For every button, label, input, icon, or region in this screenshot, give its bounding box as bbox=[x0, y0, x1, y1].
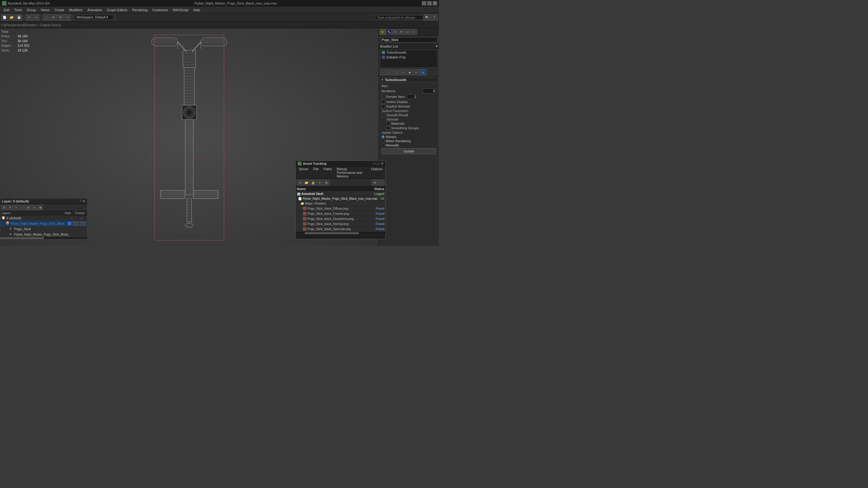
element-btn[interactable]: ■ bbox=[407, 69, 412, 75]
tb-open[interactable]: 📂 bbox=[8, 14, 15, 21]
layers-panel: Layer: 0 (default) ? ✕ ⊕ ✕ + - ⊞ ≡ ◉ Lay… bbox=[0, 198, 87, 239]
tb-new[interactable]: 📄 bbox=[1, 14, 8, 21]
layers-add[interactable]: + bbox=[13, 205, 19, 210]
explicit-normals-checkbox[interactable] bbox=[381, 104, 385, 108]
layer-row-pogo[interactable]: ◈ Pogo_Stick bbox=[0, 226, 87, 232]
asset-tb-lock[interactable]: 🔒 bbox=[310, 180, 316, 186]
turbosmooth-header[interactable]: ▼ TurboSmooth bbox=[379, 77, 438, 83]
layers-question[interactable]: ? bbox=[79, 199, 81, 203]
render-iters-checkbox[interactable] bbox=[381, 95, 385, 98]
layers-new[interactable]: ⊕ bbox=[1, 205, 7, 210]
asset-row-glossiness[interactable]: Pogo_Stick_black_Glossiness.png Found bbox=[296, 216, 385, 221]
menu-tools[interactable]: Tools bbox=[12, 7, 24, 12]
asset-tb-refresh[interactable]: ↺ bbox=[297, 180, 303, 186]
maximize-button[interactable]: □ bbox=[427, 1, 432, 5]
tb-scale[interactable]: ⤡ bbox=[64, 14, 71, 21]
asset-row-specular[interactable]: Pogo_Stick_black_Specular.png Found bbox=[296, 227, 385, 232]
layers-merge[interactable]: ⊞ bbox=[26, 205, 31, 210]
layers-delete[interactable]: ✕ bbox=[7, 205, 13, 210]
when-rendering-radio[interactable] bbox=[381, 139, 384, 142]
menu-edit[interactable]: Edit bbox=[1, 7, 12, 12]
tb-rotate[interactable]: ↻ bbox=[57, 14, 64, 21]
edge-btn[interactable]: / bbox=[387, 69, 393, 75]
update-button[interactable]: Update bbox=[381, 148, 436, 154]
asset-row-fresnel[interactable]: Pogo_Stick_black_Fresnel.png Found bbox=[296, 211, 385, 216]
asset-tb-settings[interactable]: ⚙ bbox=[372, 180, 378, 186]
layers-objects[interactable]: ◉ bbox=[38, 205, 43, 210]
always-radio[interactable] bbox=[381, 135, 384, 138]
menu-animation[interactable]: Animation bbox=[85, 7, 104, 12]
pipeline-btn[interactable]: ≡ bbox=[413, 69, 419, 75]
asset-tb-list[interactable]: ≡ bbox=[317, 180, 323, 186]
asset-tb-grid[interactable]: ⊞ bbox=[323, 180, 330, 186]
materials-checkbox[interactable] bbox=[386, 122, 390, 125]
menu-views[interactable]: Views bbox=[38, 7, 52, 12]
asset-scrollbar[interactable] bbox=[296, 232, 385, 234]
active-btn[interactable]: ⊞ bbox=[420, 69, 426, 75]
layer-row-flybar2[interactable]: ◈ Flybar_Night_Master_Pogo_Stick_Black_ bbox=[0, 232, 87, 237]
tab-utilities[interactable]: U bbox=[411, 29, 417, 35]
asset-tb-browse[interactable]: 📂 bbox=[304, 180, 310, 186]
col-freeze: Freeze bbox=[74, 212, 86, 215]
layers-close[interactable]: ✕ bbox=[82, 199, 85, 203]
asset-row-maps-folder[interactable]: 📁 Maps / Shaders bbox=[296, 201, 385, 206]
modifier-list[interactable]: TurboSmooth Editable Poly bbox=[380, 50, 438, 68]
tb-undo[interactable]: ↩ bbox=[26, 14, 32, 21]
asset-menu-file[interactable]: File bbox=[311, 167, 320, 178]
tb-save[interactable]: 💾 bbox=[16, 14, 22, 21]
minimize-button[interactable]: — bbox=[422, 1, 426, 5]
asset-menu-paths[interactable]: Paths bbox=[321, 167, 334, 178]
tab-create[interactable]: ⊕ bbox=[379, 29, 385, 35]
asset-row-vault[interactable]: 🏢 Autodesk Vault Logged bbox=[296, 192, 385, 196]
tab-motion[interactable]: M bbox=[398, 29, 404, 35]
modifier-turbosmooth[interactable]: TurboSmooth bbox=[380, 50, 437, 55]
border-btn[interactable]: ⬚ bbox=[393, 69, 399, 75]
asset-row-diffuse[interactable]: Pogo_Stick_black_Diffuse.png Found bbox=[296, 206, 385, 211]
smoothing-groups-checkbox[interactable] bbox=[386, 126, 390, 130]
asset-row-maxfile[interactable]: 📄 Flybar_Night_Master_Pogo_Stick_Black_m… bbox=[296, 196, 385, 201]
menu-modifiers[interactable]: Modifiers bbox=[67, 7, 85, 12]
vertex-btn[interactable]: · bbox=[380, 69, 386, 75]
layer-row-default[interactable]: 📋 0 (default) — — bbox=[0, 216, 87, 221]
asset-close[interactable]: ✕ bbox=[381, 161, 384, 166]
menu-help[interactable]: Help bbox=[191, 7, 203, 12]
layers-scrollbar[interactable] bbox=[0, 237, 87, 239]
asset-row-normal[interactable]: Pogo_Stick_black_Normal.png Found bbox=[296, 221, 385, 227]
stat-polys-value: 38 184 bbox=[18, 34, 28, 38]
tab-hierarchy[interactable]: H bbox=[392, 29, 398, 35]
asset-menu-server[interactable]: Server bbox=[297, 167, 310, 178]
iterations-input[interactable] bbox=[423, 89, 436, 93]
asset-menu-bitmap[interactable]: Bitmap Performance and Memory bbox=[335, 167, 368, 178]
render-iters-input[interactable] bbox=[407, 94, 417, 99]
tb-select[interactable]: ⬚ bbox=[43, 14, 50, 21]
layers-remove[interactable]: - bbox=[20, 205, 25, 210]
workspace-selector[interactable]: Workspace: Default ▾ bbox=[74, 15, 114, 20]
object-name-field[interactable]: Pogo_Stick bbox=[380, 37, 438, 42]
asset-win-controls: — □ ✕ bbox=[373, 161, 384, 166]
tab-modify[interactable]: 🔧 bbox=[386, 29, 392, 35]
asset-menu-options[interactable]: Options bbox=[369, 167, 384, 178]
tb-move[interactable]: ✛ bbox=[50, 14, 57, 21]
layers-icon[interactable]: ≡ bbox=[32, 205, 37, 210]
manually-radio[interactable] bbox=[381, 144, 384, 147]
menu-rendering[interactable]: Rendering bbox=[130, 7, 150, 12]
poly-btn[interactable]: ▪ bbox=[400, 69, 406, 75]
menu-maxscript[interactable]: MAXScript bbox=[170, 7, 191, 12]
isoline-checkbox[interactable] bbox=[381, 100, 385, 104]
tb-help[interactable]: ? bbox=[431, 14, 438, 21]
layer-row-flybar[interactable]: 📦 Flybar_Night_Master_Pogo_Stick_Black bbox=[0, 221, 87, 226]
menu-customize[interactable]: Customize bbox=[150, 7, 170, 12]
tb-search[interactable]: 🔍 bbox=[424, 14, 430, 21]
menu-graph-editors[interactable]: Graph Editors bbox=[104, 7, 130, 12]
tb-redo[interactable]: ↪ bbox=[33, 14, 39, 21]
asset-maximize[interactable]: □ bbox=[377, 161, 379, 166]
asset-tb-more[interactable]: ⋮ bbox=[378, 180, 384, 186]
smooth-result-checkbox[interactable] bbox=[381, 113, 385, 117]
asset-minimize[interactable]: — bbox=[373, 161, 376, 166]
menu-create[interactable]: Create bbox=[52, 7, 67, 12]
tab-display[interactable]: D bbox=[405, 29, 411, 35]
menu-group[interactable]: Group bbox=[24, 7, 38, 12]
modifier-editable-poly[interactable]: Editable Poly bbox=[380, 55, 437, 60]
search-input[interactable]: Type a keyword or phrase bbox=[375, 15, 423, 20]
close-button[interactable]: ✕ bbox=[433, 1, 437, 5]
